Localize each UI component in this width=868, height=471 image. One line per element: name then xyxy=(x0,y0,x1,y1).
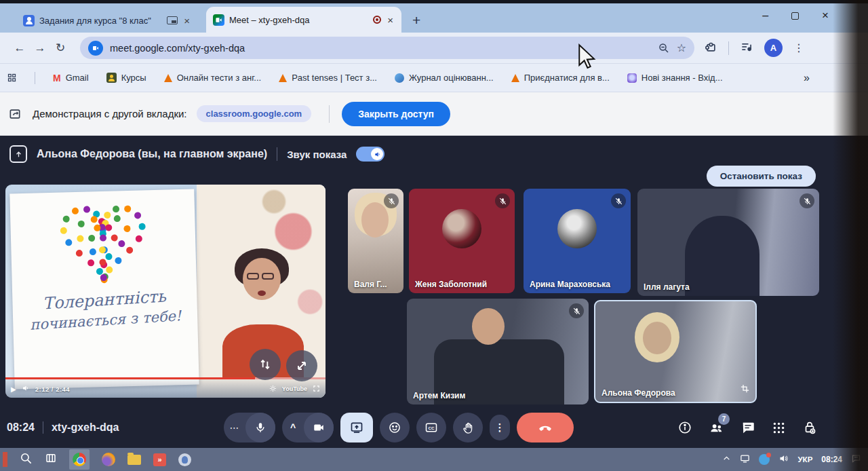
reload-button[interactable]: ↻ xyxy=(50,41,71,55)
camera-options-icon[interactable]: ^ xyxy=(282,422,304,433)
new-tab-button[interactable]: + xyxy=(412,12,420,33)
tray-volume-icon[interactable] xyxy=(778,453,789,466)
participant-tile[interactable]: Женя Заболотний xyxy=(409,189,515,293)
bookmark-label: Приєднатися для в... xyxy=(524,73,610,83)
swap-tile-button[interactable] xyxy=(250,349,281,380)
presentation-card: Толерантність починається з тебе! xyxy=(9,189,199,389)
fullscreen-tile-button[interactable] xyxy=(286,350,317,381)
meeting-details-button[interactable] xyxy=(677,420,692,435)
address-bar[interactable]: meet.google.com/xty-gxeh-dqa ☆ xyxy=(80,37,694,59)
knowledge-icon xyxy=(627,73,637,83)
apps-grid-icon[interactable] xyxy=(7,73,17,83)
toolbar-right: A ⋮ xyxy=(704,39,805,57)
taskbar-search-icon[interactable] xyxy=(20,452,33,468)
browser-menu-icon[interactable]: ⋮ xyxy=(793,41,805,54)
window-close-button[interactable]: × xyxy=(822,9,829,22)
play-icon[interactable]: ▶ xyxy=(11,385,16,393)
taskbar-chrome-active[interactable] xyxy=(69,449,90,470)
captions-button[interactable]: CC xyxy=(416,413,446,442)
participant-tile[interactable]: Валя Г... xyxy=(348,189,403,293)
bookmark-kursy[interactable]: Курсы xyxy=(106,73,146,83)
meet-side-controls: 7 xyxy=(677,420,817,436)
red-app-icon[interactable]: » xyxy=(153,453,166,466)
share-source-pill[interactable]: classroom.google.com xyxy=(197,105,312,122)
mic-icon[interactable] xyxy=(245,413,275,442)
meet-favicon-icon xyxy=(213,14,224,26)
participants-button[interactable]: 7 xyxy=(709,420,724,436)
participant-tile[interactable]: Артем Кизим xyxy=(407,299,589,404)
bookmark-journal[interactable]: Журнал оцінюванн... xyxy=(395,73,494,83)
mic-options-icon[interactable]: ⋯ xyxy=(224,422,245,433)
bookmark-gmail[interactable]: MGmail xyxy=(53,73,89,83)
tab-close-button[interactable]: × xyxy=(182,15,191,26)
meet-camera-icon xyxy=(88,41,103,56)
tab-close-button[interactable]: × xyxy=(386,14,395,26)
fullscreen-video-icon[interactable] xyxy=(313,383,320,395)
zoom-out-icon[interactable] xyxy=(658,42,670,54)
system-tray: УКР 08:24 xyxy=(722,453,861,466)
host-controls-lock-button[interactable] xyxy=(802,420,817,435)
camera-control[interactable]: ^ xyxy=(282,413,334,442)
extensions-icon[interactable] xyxy=(704,40,717,56)
minimize-button[interactable]: – xyxy=(762,10,768,22)
settings-gear-icon[interactable] xyxy=(269,383,277,395)
stop-presenting-button[interactable]: Остановить показ xyxy=(707,166,816,187)
present-screen-button[interactable] xyxy=(340,413,373,442)
window-controls: – × xyxy=(762,9,829,22)
bookmark-online-tests[interactable]: Онлайн тести з анг... xyxy=(164,73,262,83)
people-app-icon[interactable] xyxy=(178,453,191,466)
chat-button[interactable] xyxy=(741,420,755,435)
tray-pc-icon[interactable] xyxy=(740,453,750,466)
screen-share-icon xyxy=(8,107,22,121)
bookmark-star-icon[interactable]: ☆ xyxy=(677,41,686,54)
taskbar-clock[interactable]: 08:24 xyxy=(821,455,842,464)
participants-count-badge: 7 xyxy=(718,413,730,425)
mic-muted-icon xyxy=(569,303,584,318)
bookmarks-overflow-button[interactable]: » xyxy=(804,72,810,84)
tab-sharing-banner: Демонстрация с другой вкладки: classroom… xyxy=(0,92,868,136)
meeting-info: 08:24 xty-gxeh-dqa xyxy=(7,421,119,434)
language-indicator[interactable]: УКР xyxy=(797,455,812,464)
camera-icon[interactable] xyxy=(304,413,334,442)
profile-avatar[interactable]: A xyxy=(764,39,783,57)
participant-tile[interactable]: Арина Мараховська xyxy=(524,189,631,293)
bookmark-novi-znannya[interactable]: Нові знання - Вхід... xyxy=(627,73,723,83)
cone-icon xyxy=(279,74,287,82)
bookmark-past-tenses[interactable]: Past tenses | Тест з... xyxy=(279,73,377,83)
participant-tile-self[interactable]: Альона Федорова xyxy=(594,300,757,403)
mic-control[interactable]: ⋯ xyxy=(224,413,275,442)
tab-meet[interactable]: Meet – xty-gxeh-dqa × xyxy=(206,7,401,33)
info-separator xyxy=(43,421,43,434)
firefox-icon[interactable] xyxy=(102,453,115,466)
video-progress-bar[interactable] xyxy=(5,377,326,379)
banner-separator xyxy=(329,105,330,123)
taskbar-apps: » xyxy=(3,449,191,470)
tray-skype-icon[interactable] xyxy=(759,454,770,465)
end-call-button[interactable] xyxy=(517,413,574,442)
reactions-button[interactable] xyxy=(380,413,410,442)
more-options-button[interactable]: ⋮ xyxy=(490,415,510,440)
action-center-icon[interactable] xyxy=(851,453,861,466)
back-button[interactable]: ← xyxy=(9,41,30,55)
restore-button[interactable] xyxy=(791,12,799,20)
share-sound-toggle[interactable] xyxy=(356,147,384,162)
media-controls-icon[interactable] xyxy=(740,40,753,56)
stop-access-button[interactable]: Закрыть доступ xyxy=(342,102,450,126)
mic-muted-icon xyxy=(611,193,626,208)
mic-muted-icon xyxy=(495,193,510,208)
topbar-separator xyxy=(277,147,277,161)
crop-icon[interactable] xyxy=(740,383,750,396)
bookmark-join[interactable]: Приєднатися для в... xyxy=(511,73,610,83)
bookmark-label: Нові знання - Вхід... xyxy=(642,73,723,83)
presentation-tile[interactable]: Толерантність починається з тебе! ▶ xyxy=(5,185,326,398)
volume-icon[interactable] xyxy=(22,383,30,395)
task-view-icon[interactable] xyxy=(45,452,57,467)
url-text[interactable]: meet.google.com/xty-gxeh-dqa xyxy=(110,43,651,54)
tab-classroom[interactable]: Задания для курса "8 клас" × xyxy=(16,8,198,33)
raise-hand-button[interactable] xyxy=(453,413,483,442)
tray-expand-icon[interactable] xyxy=(722,453,731,466)
activities-grid-button[interactable] xyxy=(772,421,786,435)
participant-tile[interactable]: Ілля лагута xyxy=(637,189,819,296)
file-explorer-icon[interactable] xyxy=(127,455,141,465)
forward-button[interactable]: → xyxy=(30,41,50,55)
